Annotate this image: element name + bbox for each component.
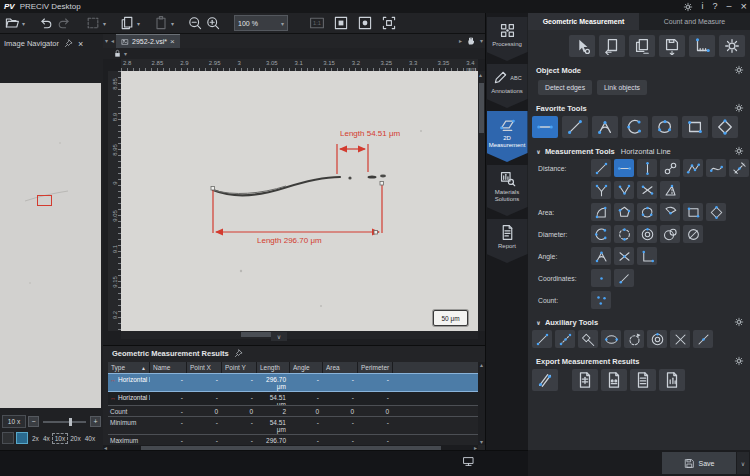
tool-y-distance[interactable] bbox=[591, 181, 611, 199]
pan-hand-icon[interactable] bbox=[466, 36, 476, 46]
collapse-measurement-icon[interactable]: ∨ bbox=[536, 148, 541, 155]
result-row[interactable]: ↔Horizontal Line---296.70 μm--- bbox=[108, 373, 478, 392]
horizontal-scrollbar[interactable] bbox=[121, 331, 478, 339]
image-canvas[interactable]: Length 296.70 μm Length 54.51 μm 50 μm bbox=[121, 71, 478, 331]
info-button[interactable]: i bbox=[702, 2, 704, 11]
column-header-type[interactable]: Type▲ bbox=[108, 362, 150, 373]
lock-icon[interactable] bbox=[113, 49, 122, 58]
strip-item-2d-measurement[interactable]: 2DMeasurement bbox=[487, 111, 528, 162]
close-button[interactable]: × bbox=[741, 2, 747, 11]
tool-closed-spline[interactable] bbox=[637, 203, 657, 221]
tool-two-circles[interactable] bbox=[660, 225, 680, 243]
tool-doc-csv[interactable] bbox=[601, 369, 627, 391]
fit-to-window-icon[interactable] bbox=[333, 15, 349, 31]
zoom-out-icon[interactable] bbox=[187, 15, 203, 31]
tab-geometric-measurement[interactable]: Geometric Measurement bbox=[528, 13, 639, 30]
tool-angle-3point[interactable] bbox=[591, 247, 611, 265]
tool-angle-perpendicular[interactable] bbox=[637, 247, 657, 265]
tool-doc-chart[interactable] bbox=[659, 369, 685, 391]
tool-parallel-lines[interactable] bbox=[660, 159, 680, 177]
tool-calibrated-line[interactable] bbox=[729, 159, 749, 177]
strip-item-materials-solutions[interactable]: MaterialsSolutions bbox=[487, 165, 528, 216]
minimize-button[interactable]: – bbox=[727, 2, 732, 11]
open-file-icon[interactable] bbox=[4, 15, 20, 31]
tool-diamond[interactable] bbox=[712, 116, 738, 138]
tool-arc-area[interactable] bbox=[591, 203, 611, 221]
redo-icon[interactable] bbox=[56, 15, 72, 31]
tool-measure-points[interactable] bbox=[555, 330, 575, 348]
tool-doc-grid[interactable] bbox=[572, 369, 598, 391]
tool-line[interactable] bbox=[532, 330, 552, 348]
results-pin-icon[interactable] bbox=[234, 349, 243, 358]
zoom-plus-button[interactable]: + bbox=[90, 416, 101, 427]
tool-count-points[interactable] bbox=[591, 291, 611, 309]
pin-icon[interactable] bbox=[64, 39, 73, 48]
column-header-angle[interactable]: Angle bbox=[290, 362, 323, 373]
open-file-dropdown[interactable]: ▾ bbox=[22, 20, 25, 27]
document-tab[interactable]: 2952-2.vsi* × bbox=[116, 34, 180, 49]
tool-point-line[interactable] bbox=[614, 269, 634, 287]
favorite-tools-gear-icon[interactable] bbox=[734, 103, 744, 113]
results-vscrollbar[interactable]: ▴ ▾ bbox=[478, 362, 485, 445]
vertical-scrollbar[interactable]: ▴ bbox=[478, 71, 485, 331]
tool-pointer[interactable] bbox=[569, 35, 595, 57]
display-icon[interactable] bbox=[462, 455, 475, 468]
tool-circle-3point[interactable] bbox=[622, 116, 648, 138]
settings-gear-icon[interactable] bbox=[683, 2, 693, 12]
undo-icon[interactable] bbox=[38, 15, 54, 31]
copy-icon[interactable] bbox=[119, 15, 135, 31]
tool-save-doc[interactable] bbox=[659, 35, 685, 57]
tool-ruler-corner[interactable] bbox=[689, 35, 715, 57]
tool-diamond[interactable] bbox=[706, 203, 726, 221]
paste-icon[interactable] bbox=[153, 15, 169, 31]
magnification-10x[interactable]: 10x bbox=[52, 433, 68, 444]
detect-edges-button[interactable]: Detect edges bbox=[538, 80, 592, 95]
tool-polygon-area[interactable] bbox=[614, 203, 634, 221]
tab-scroll-left-icon[interactable]: ◂ bbox=[111, 38, 114, 44]
tool-load-doc[interactable] bbox=[599, 35, 625, 57]
tool-diamond-line[interactable] bbox=[578, 330, 598, 348]
tool-cross[interactable] bbox=[670, 330, 690, 348]
zoom-level-select[interactable]: 100 % ▾ bbox=[234, 15, 288, 31]
tool-concentric-circles[interactable] bbox=[637, 225, 657, 243]
measurement-label-54[interactable]: Length 54.51 μm bbox=[340, 129, 400, 138]
tool-x-distance[interactable] bbox=[637, 181, 657, 199]
export-gear-icon[interactable] bbox=[734, 356, 744, 366]
paste-dropdown[interactable]: ▾ bbox=[171, 20, 174, 27]
tool-rectangle[interactable] bbox=[682, 116, 708, 138]
fullscreen-icon[interactable] bbox=[381, 15, 397, 31]
scale-bar[interactable]: 50 μm bbox=[433, 310, 468, 326]
tool-vertical-line[interactable] bbox=[637, 159, 657, 177]
tool-ellipse[interactable] bbox=[601, 330, 621, 348]
magnification-20x[interactable]: 20x bbox=[68, 434, 82, 443]
magnification-2x[interactable]: 2x bbox=[30, 434, 41, 443]
overview-mode-button[interactable] bbox=[2, 432, 14, 444]
tool-v-distance[interactable] bbox=[614, 181, 634, 199]
copy-dropdown[interactable]: ▾ bbox=[137, 20, 140, 27]
measurement-label-296[interactable]: Length 296.70 μm bbox=[257, 236, 322, 245]
column-header-point-y[interactable]: Point Y bbox=[222, 362, 257, 373]
tool-horizontal-line[interactable] bbox=[614, 159, 634, 177]
selection-marquee-icon[interactable] bbox=[85, 15, 101, 31]
magnification-40x[interactable]: 40x bbox=[83, 434, 97, 443]
tab-scroll-right-icon[interactable]: ▸ bbox=[459, 38, 462, 44]
tool-circle-line[interactable] bbox=[683, 225, 703, 243]
tool-rectangle[interactable] bbox=[683, 203, 703, 221]
zoom-slider-handle[interactable] bbox=[69, 418, 72, 426]
column-header-perimeter[interactable]: Perimeter bbox=[358, 362, 393, 373]
zoom-minus-button[interactable]: − bbox=[28, 416, 39, 427]
tool-dashed-circle-arrow[interactable] bbox=[624, 330, 644, 348]
tool-line[interactable] bbox=[562, 116, 588, 138]
tab-close-icon[interactable]: × bbox=[170, 37, 175, 46]
collapse-results-button[interactable]: ∨ bbox=[271, 332, 287, 341]
actual-size-icon[interactable]: 1:1 bbox=[309, 15, 325, 31]
column-header-length[interactable]: Length bbox=[257, 362, 290, 373]
fit-zone-icon[interactable] bbox=[357, 15, 373, 31]
strip-item-report[interactable]: Report bbox=[487, 219, 528, 263]
help-button[interactable]: ? bbox=[713, 2, 718, 11]
lock-dropdown-icon[interactable]: ▾ bbox=[124, 51, 127, 57]
object-mode-gear-icon[interactable] bbox=[734, 65, 744, 75]
strip-item-processing[interactable]: Processing bbox=[487, 17, 528, 61]
tool-dashed-circle[interactable] bbox=[614, 225, 634, 243]
zoom-slider[interactable] bbox=[43, 421, 86, 423]
